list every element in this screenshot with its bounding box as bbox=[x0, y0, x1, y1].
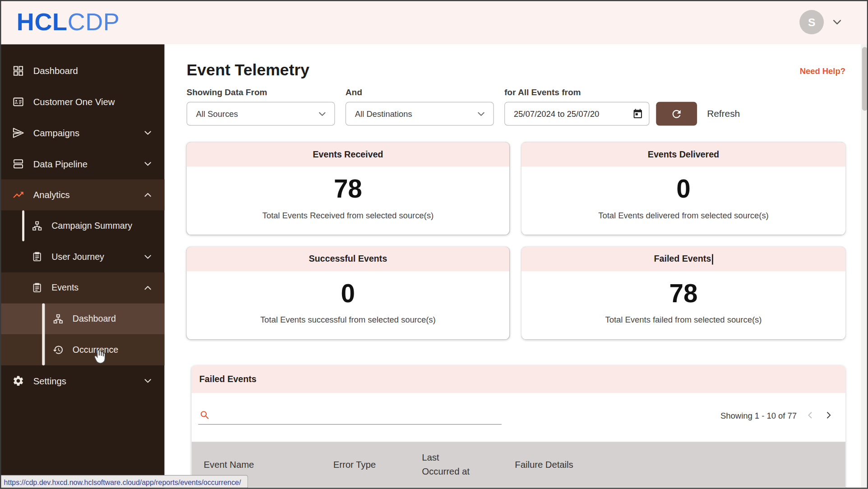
submenu-indent-guide bbox=[42, 304, 45, 365]
need-help-link[interactable]: Need Help? bbox=[800, 66, 845, 76]
sidebar-item-events-dashboard[interactable]: Dashboard bbox=[0, 304, 164, 335]
sidebar-item-label: Events bbox=[51, 283, 134, 293]
dashboard-icon bbox=[12, 65, 24, 77]
sidebar-item-campaigns[interactable]: Campaigns bbox=[0, 117, 164, 148]
column-header-error-type: Error Type bbox=[333, 459, 422, 470]
stat-card-value: 78 bbox=[522, 278, 845, 308]
campaign-summary-sitemap-icon bbox=[32, 220, 43, 231]
sidebar-item-label: Occurrence bbox=[73, 345, 153, 355]
stat-cards-grid: Events Received 78 Total Events Received… bbox=[187, 142, 845, 339]
campaigns-rocket-icon bbox=[12, 127, 24, 139]
chevron-down-icon bbox=[142, 375, 153, 387]
events-list-icon bbox=[32, 282, 43, 294]
sidebar-item-label: Customer One View bbox=[33, 97, 153, 107]
sidebar-item-label: Dashboard bbox=[73, 314, 153, 324]
stat-card-title-text: Failed Events bbox=[654, 254, 711, 264]
sources-select[interactable]: All Sources bbox=[187, 102, 335, 126]
chevron-up-icon bbox=[142, 282, 153, 294]
column-header-event-name: Event Name bbox=[204, 459, 333, 470]
stat-card-caption: Total Events successful from selected so… bbox=[187, 315, 509, 324]
stat-card-caption: Total Events failed from selected source… bbox=[522, 315, 845, 324]
sidebar-item-campaign-summary[interactable]: Campaign Summary bbox=[0, 210, 164, 241]
sidebar-item-customer-one-view[interactable]: Customer One View bbox=[0, 86, 164, 117]
stat-card-value: 0 bbox=[187, 278, 509, 308]
sidebar-item-label: Campaign Summary bbox=[51, 221, 153, 231]
hcl-cdp-logo: HCLCDP bbox=[17, 10, 120, 34]
data-pipeline-icon bbox=[12, 158, 24, 170]
stat-card-caption: Total Events delivered from selected sou… bbox=[522, 210, 845, 220]
stat-card-successful-events: Successful Events 0 Total Events success… bbox=[187, 247, 509, 339]
stat-card-caption: Total Events Received from selected sour… bbox=[187, 210, 509, 220]
sidebar-item-dashboard[interactable]: Dashboard bbox=[0, 55, 164, 87]
destinations-filter-label: And bbox=[346, 88, 494, 99]
stat-card-title: Events Received bbox=[187, 142, 509, 166]
sidebar-item-events[interactable]: Events bbox=[0, 272, 164, 304]
logo-hcl-text: HCL bbox=[17, 8, 68, 35]
search-icon bbox=[199, 410, 211, 421]
customer-one-view-icon bbox=[12, 96, 24, 108]
sidebar-item-label: Settings bbox=[33, 376, 134, 386]
sources-filter-label: Showing Data From bbox=[187, 88, 335, 99]
user-menu[interactable]: S bbox=[799, 10, 844, 34]
table-search-field[interactable] bbox=[198, 406, 502, 424]
failed-events-table-card: Failed Events Showing 1 - 10 of 77 Event… bbox=[192, 365, 845, 489]
sidebar-item-label: Data Pipeline bbox=[33, 159, 134, 169]
occurrence-history-icon bbox=[53, 344, 64, 355]
date-range-value: 25/07/2024 to 25/07/20 bbox=[514, 109, 599, 119]
app-window: HCLCDP S Dashboard Customer One View Cam… bbox=[0, 0, 868, 489]
chevron-down-icon bbox=[142, 158, 153, 170]
chevron-down-icon bbox=[142, 251, 153, 263]
date-filter-label: for All Events from bbox=[504, 88, 740, 99]
analytics-trending-icon bbox=[12, 189, 24, 201]
stat-card-events-delivered: Events Delivered 0 Total Events delivere… bbox=[522, 142, 845, 235]
sidebar-item-label: User Journey bbox=[51, 252, 134, 262]
chevron-up-icon bbox=[142, 189, 153, 201]
submenu-indent-guide bbox=[22, 210, 24, 241]
stat-card-events-received: Events Received 78 Total Events Received… bbox=[187, 142, 509, 235]
refresh-icon bbox=[670, 108, 683, 120]
sidebar-item-label: Campaigns bbox=[33, 128, 134, 138]
sidebar-item-label: Analytics bbox=[33, 189, 134, 200]
stat-card-title: Failed Events bbox=[522, 247, 845, 271]
chevron-down-icon bbox=[142, 127, 153, 138]
page-title: Event Telemetry bbox=[187, 61, 309, 79]
pagination-status: Showing 1 - 10 of 77 bbox=[720, 411, 797, 420]
vertical-scrollbar bbox=[861, 44, 868, 489]
logo-cdp-text: CDP bbox=[68, 8, 120, 35]
sidebar-item-data-pipeline[interactable]: Data Pipeline bbox=[0, 148, 164, 180]
text-cursor-caret bbox=[712, 254, 713, 264]
chevron-down-icon[interactable] bbox=[831, 15, 844, 28]
column-header-failure-details: Failure Details bbox=[515, 459, 845, 470]
chevron-down-icon bbox=[317, 108, 328, 120]
stat-card-value: 0 bbox=[522, 174, 845, 203]
sidebar-item-user-journey[interactable]: User Journey bbox=[0, 241, 164, 272]
refresh-button[interactable] bbox=[656, 102, 697, 126]
table-pagination: Showing 1 - 10 of 77 bbox=[720, 410, 834, 421]
sidebar-item-label: Dashboard bbox=[33, 65, 153, 76]
avatar[interactable]: S bbox=[799, 10, 824, 34]
stat-card-failed-events: Failed Events 78 Total Events failed fro… bbox=[522, 247, 845, 339]
sidebar-item-analytics[interactable]: Analytics bbox=[0, 180, 164, 211]
table-search-input[interactable] bbox=[215, 410, 500, 420]
table-header-row: Event Name Error Type Last Occurred at F… bbox=[192, 442, 845, 487]
sidebar-item-settings[interactable]: Settings bbox=[0, 365, 164, 397]
destinations-select[interactable]: All Destinations bbox=[346, 102, 494, 126]
top-header: HCLCDP S bbox=[0, 0, 868, 44]
settings-gear-icon bbox=[12, 375, 24, 387]
failed-events-table-title: Failed Events bbox=[192, 365, 845, 393]
chevron-right-icon[interactable] bbox=[823, 410, 835, 421]
chevron-left-icon[interactable] bbox=[804, 410, 816, 421]
stat-card-title: Events Delivered bbox=[522, 142, 845, 166]
sidebar-item-occurrence[interactable]: Occurrence bbox=[0, 334, 164, 365]
refresh-label: Refresh bbox=[707, 108, 740, 120]
user-journey-list-icon bbox=[32, 251, 43, 263]
chevron-down-icon bbox=[476, 108, 487, 120]
scrollbar-thumb[interactable] bbox=[862, 47, 867, 111]
stat-card-title: Successful Events bbox=[187, 247, 509, 271]
sources-select-value: All Sources bbox=[196, 109, 238, 119]
filter-bar: Showing Data From All Sources And All De… bbox=[187, 88, 845, 126]
calendar-icon[interactable] bbox=[632, 108, 643, 120]
main-content: Event Telemetry Need Help? Showing Data … bbox=[164, 44, 868, 489]
date-range-input[interactable]: 25/07/2024 to 25/07/20 bbox=[504, 102, 650, 126]
events-dashboard-sitemap-icon bbox=[53, 314, 64, 325]
